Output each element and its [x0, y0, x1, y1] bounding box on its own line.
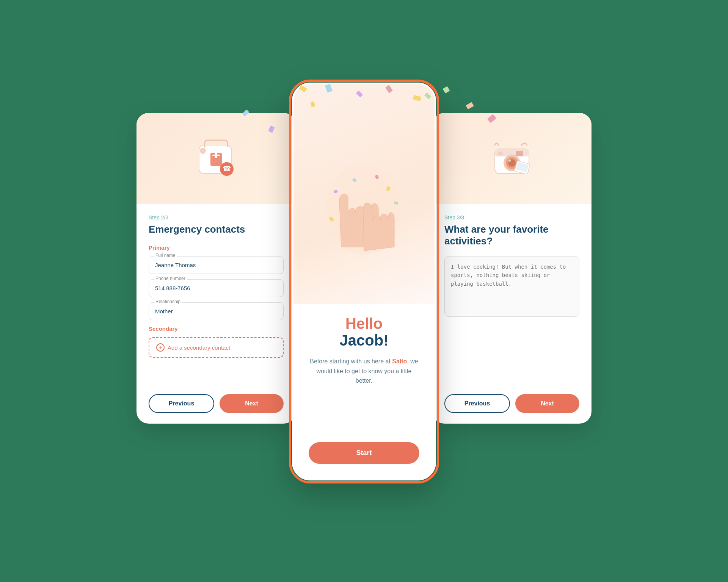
center-card: Hello Jacob! Before starting with us her…	[292, 83, 436, 480]
secondary-section-label: Secondary	[149, 325, 284, 332]
svg-rect-21	[498, 152, 503, 155]
relationship-label: Relationship	[154, 299, 182, 304]
add-icon: +	[156, 343, 165, 352]
left-prev-button[interactable]: Previous	[149, 394, 214, 413]
activities-textarea[interactable]	[444, 256, 579, 317]
add-secondary-label: Add a secondary contact	[168, 344, 230, 351]
left-card-content: Step 2/3 Emergency contacts Primary Full…	[136, 204, 296, 368]
left-card-title: Emergency contacts	[149, 224, 284, 235]
left-card: ☎ Step 2/3 Emergency contacts Primary Fu…	[136, 113, 296, 424]
right-card-title: What are your favorite activities?	[444, 224, 579, 247]
greeting-text: Hello	[309, 315, 419, 332]
svg-rect-3	[215, 153, 217, 158]
right-prev-button[interactable]: Previous	[444, 394, 510, 413]
confetti-piece	[442, 86, 450, 93]
phone-group: Phone number	[149, 279, 284, 297]
right-card-header	[432, 113, 592, 204]
fullname-group: Full name	[149, 256, 284, 274]
salto-brand: Salto	[392, 358, 407, 365]
relationship-input[interactable]	[149, 302, 284, 320]
medical-icon: ☎	[193, 136, 239, 181]
relationship-group: Relationship	[149, 302, 284, 320]
right-card-content: Step 3/3 What are your favorite activiti…	[432, 204, 592, 329]
fullname-input[interactable]	[149, 256, 284, 274]
start-button[interactable]: Start	[309, 442, 419, 464]
right-card: Step 3/3 What are your favorite activiti…	[432, 113, 592, 424]
intro-text: Before starting with us here at Salto, w…	[309, 357, 419, 386]
svg-rect-20	[516, 151, 523, 156]
svg-point-19	[508, 160, 511, 162]
svg-text:☎: ☎	[223, 165, 231, 172]
center-card-content: Hello Jacob! Before starting with us her…	[293, 304, 435, 393]
scene: ☎ Step 2/3 Emergency contacts Primary Fu…	[136, 83, 592, 499]
left-card-header: ☎	[136, 113, 296, 204]
center-card-header	[293, 84, 435, 304]
right-card-footer: Previous Next	[444, 394, 579, 413]
left-next-button[interactable]: Next	[220, 394, 284, 413]
phone-input[interactable]	[149, 279, 284, 297]
camera-icon	[487, 136, 537, 181]
phone-label: Phone number	[154, 276, 187, 281]
right-step-label: Step 3/3	[444, 214, 579, 221]
left-step-label: Step 2/3	[149, 214, 284, 221]
hands-illustration	[318, 133, 410, 255]
left-card-footer: Previous Next	[149, 394, 284, 413]
primary-section-label: Primary	[149, 244, 284, 251]
fullname-label: Full name	[154, 253, 177, 258]
name-text: Jacob!	[309, 332, 419, 349]
confetti-piece	[466, 102, 474, 109]
svg-point-6	[200, 148, 206, 154]
right-next-button[interactable]: Next	[515, 394, 579, 413]
add-secondary-button[interactable]: + Add a secondary contact	[149, 337, 284, 358]
